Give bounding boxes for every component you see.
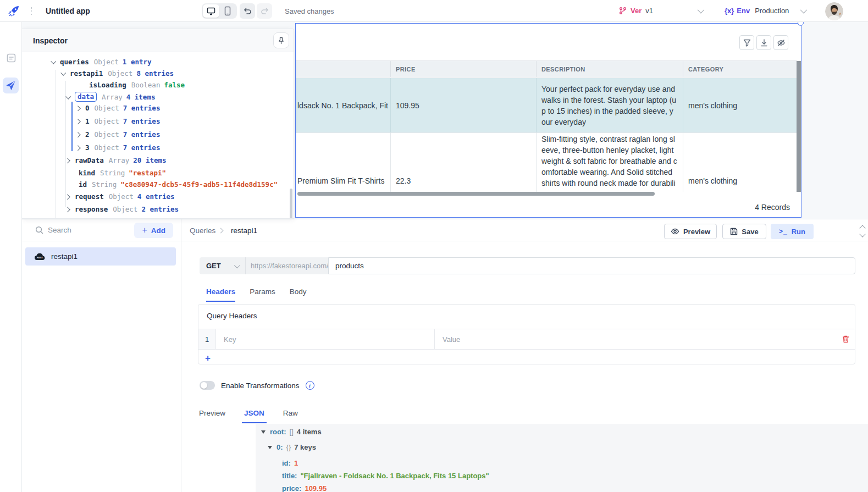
- download-button[interactable]: [756, 35, 771, 50]
- cell-description[interactable]: Slim-fitting style, contrast raglan long…: [537, 133, 683, 192]
- eye-off-icon: [777, 39, 786, 47]
- json-node-root[interactable]: root: [] 4 items: [261, 428, 322, 436]
- url-path-input[interactable]: [328, 257, 855, 274]
- edit-mode-cursor-icon[interactable]: [3, 78, 19, 93]
- query-list-pane: + Add REST restapi1: [22, 219, 181, 492]
- tab-response-preview[interactable]: Preview: [197, 409, 228, 423]
- tree-node-restapi1[interactable]: restapi1 Object 8 entries: [61, 69, 174, 78]
- tab-response-json[interactable]: JSON: [242, 409, 267, 423]
- cell-price[interactable]: 22.3: [391, 133, 537, 192]
- request-url-row: GET https://fakestoreapi.com/: [200, 257, 855, 274]
- preview-button[interactable]: Preview: [664, 224, 717, 239]
- tree-node-item-1[interactable]: 1 Object 7 entries: [76, 117, 160, 125]
- tree-node-queries[interactable]: queries Object 1 entry: [51, 58, 152, 66]
- cell-title[interactable]: Premium Slim Fit T-Shirts: [296, 133, 391, 192]
- chevron-right-icon: [65, 207, 70, 212]
- json-response-viewer: root: [] 4 items 0: {} 7 keys id: 1 titl…: [256, 424, 868, 492]
- filter-button[interactable]: [739, 35, 754, 50]
- tree-node-item-2[interactable]: 2 Object 7 entries: [76, 130, 160, 139]
- save-button[interactable]: Save: [722, 224, 766, 239]
- pages-file-icon[interactable]: [6, 53, 16, 63]
- header-key-input[interactable]: [216, 329, 435, 349]
- search-input[interactable]: [48, 226, 125, 234]
- collapse-panel-icon[interactable]: [860, 226, 865, 236]
- undo-icon: [244, 7, 252, 15]
- table-row[interactable]: ldsack No. 1 Backpack, Fit 109.95 Your p…: [296, 78, 797, 132]
- vertical-scrollbar[interactable]: [797, 61, 801, 192]
- query-editor-panel: + Add REST restapi1 Queries restapi1: [22, 219, 868, 492]
- hide-columns-button[interactable]: [773, 35, 788, 50]
- pin-icon: [278, 37, 285, 45]
- version-chevron-down-icon[interactable]: [698, 7, 705, 14]
- app-menu-kebab-icon[interactable]: [29, 7, 34, 15]
- env-chevron-down-icon[interactable]: [800, 7, 808, 14]
- mobile-toggle-button[interactable]: [219, 4, 236, 18]
- tree-node-isloading[interactable]: isLoading Boolean false: [89, 81, 185, 89]
- triangle-down-icon: [261, 430, 266, 434]
- column-header-price[interactable]: PRICE: [391, 61, 537, 77]
- cell-title[interactable]: ldsack No. 1 Backpack, Fit: [296, 78, 391, 132]
- query-list-item-restapi1[interactable]: REST restapi1: [25, 247, 176, 266]
- version-selector[interactable]: Ver v1: [619, 7, 653, 15]
- tree-node-rawdata[interactable]: rawData Array 20 items: [66, 156, 167, 164]
- query-name: restapi1: [51, 252, 78, 261]
- redo-icon: [261, 7, 269, 15]
- horizontal-scrollbar[interactable]: [297, 192, 655, 196]
- desktop-toggle-button[interactable]: [203, 4, 219, 18]
- table-header-row: PRICE DESCRIPTION CATEGORY: [296, 60, 797, 78]
- app-title: Untitled app: [46, 7, 90, 15]
- column-header-description[interactable]: DESCRIPTION: [537, 61, 683, 77]
- toggle-label: Enable Transformations: [221, 382, 300, 390]
- trash-icon: [842, 335, 849, 343]
- tab-body[interactable]: Body: [290, 288, 307, 302]
- tab-headers[interactable]: Headers: [206, 288, 235, 302]
- tree-node-data[interactable]: data Array 4 items: [66, 92, 155, 102]
- version-label: Ver: [631, 7, 642, 15]
- desktop-icon: [207, 7, 215, 15]
- tree-node-item-0[interactable]: 0 Object 7 entries: [76, 104, 160, 112]
- table-row[interactable]: Premium Slim Fit T-Shirts 22.3 Slim-fitt…: [296, 132, 797, 192]
- column-header-title[interactable]: [296, 61, 391, 77]
- tree-node-item-3[interactable]: 3 Object 7 entries: [76, 143, 160, 152]
- delete-row-button[interactable]: [836, 329, 855, 349]
- cell-category[interactable]: men's clothing: [683, 133, 797, 192]
- add-query-button[interactable]: + Add: [134, 223, 173, 238]
- cell-category[interactable]: men's clothing: [683, 78, 797, 132]
- tree-node-request[interactable]: request Object 4 entries: [66, 192, 175, 201]
- cell-description[interactable]: Your perfect pack for everyday use and w…: [537, 78, 683, 132]
- column-header-category[interactable]: CATEGORY: [683, 61, 797, 77]
- tab-response-raw[interactable]: Raw: [281, 409, 300, 423]
- query-headers-title: Query Headers: [207, 312, 257, 320]
- pin-button[interactable]: [273, 32, 289, 48]
- tree-node-kind[interactable]: kind String "restapi": [79, 169, 166, 177]
- triangle-down-icon: [268, 446, 272, 449]
- method-select[interactable]: GET: [200, 257, 246, 274]
- search-icon: [35, 226, 43, 234]
- eye-icon: [671, 228, 679, 235]
- inspector-tree: queries Object 1 entry restapi1 Object 8…: [22, 52, 294, 219]
- json-node-0[interactable]: 0: {} 7 keys: [268, 443, 316, 451]
- cell-price[interactable]: 109.95: [391, 78, 537, 132]
- run-button[interactable]: >_ Run: [771, 224, 814, 239]
- redo-button[interactable]: [257, 3, 272, 19]
- request-tabs: Headers Params Body: [206, 288, 307, 302]
- header-value-input[interactable]: [435, 329, 836, 349]
- breadcrumb-queries[interactable]: Queries: [190, 226, 215, 235]
- header-kv-row: 1: [198, 329, 855, 350]
- undo-button[interactable]: [240, 3, 255, 19]
- inspector-scrollbar[interactable]: [290, 189, 292, 219]
- enable-transformations-toggle[interactable]: [200, 381, 215, 390]
- save-floppy-icon: [730, 228, 738, 235]
- tree-node-id[interactable]: id String "c8e80947-dcb5-45f9-adb5-11f4d…: [79, 180, 278, 189]
- environment-selector[interactable]: {x} Env Production: [725, 7, 789, 15]
- response-tabs: Preview JSON Raw: [197, 409, 300, 423]
- table-widget[interactable]: PRICE DESCRIPTION CATEGORY ldsack No. 1 …: [295, 23, 801, 218]
- tab-params[interactable]: Params: [250, 288, 275, 302]
- info-icon[interactable]: i: [306, 381, 314, 390]
- tree-node-response[interactable]: response Object 2 entries: [66, 205, 179, 213]
- device-toggle-group: [202, 3, 237, 19]
- user-avatar[interactable]: [825, 2, 843, 20]
- breadcrumb-current: restapi1: [231, 226, 257, 235]
- add-header-row-button[interactable]: +: [205, 353, 211, 364]
- chevron-right-icon: [75, 145, 81, 151]
